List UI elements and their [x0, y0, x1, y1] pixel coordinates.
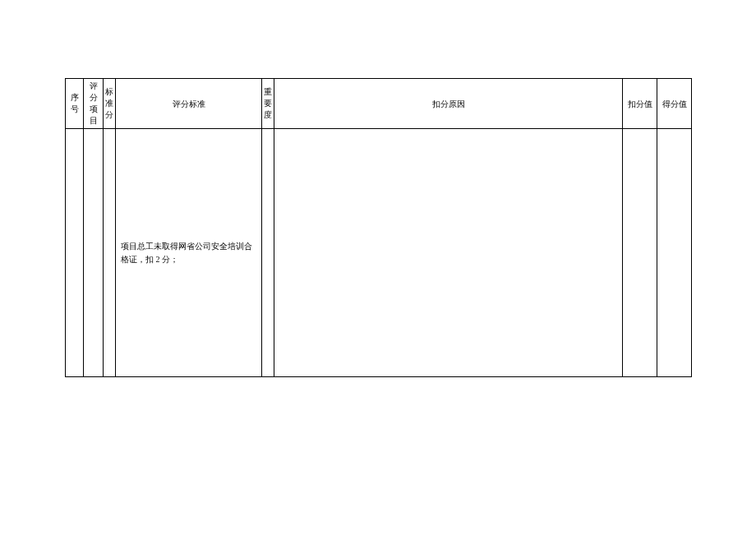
cell-deduct — [623, 129, 657, 377]
header-seq: 序号 — [66, 79, 84, 129]
header-criteria-label: 评分标准 — [173, 99, 205, 108]
scoring-table-wrapper: 序号 评分项目 标准分 评分标准 重要度 扣分原因 扣分值 — [65, 78, 691, 377]
header-reason: 扣分原因 — [274, 79, 623, 129]
header-deduct: 扣分值 — [623, 79, 657, 129]
cell-reason — [274, 129, 623, 377]
cell-importance — [262, 129, 274, 377]
header-score: 得分值 — [657, 79, 692, 129]
header-std-score-label: 标准分 — [105, 86, 113, 121]
header-std-score: 标准分 — [104, 79, 116, 129]
header-reason-label: 扣分原因 — [432, 99, 465, 108]
header-item: 评分项目 — [84, 79, 104, 129]
cell-std-score — [104, 129, 116, 377]
header-seq-label: 序号 — [67, 92, 81, 115]
cell-score — [657, 129, 692, 377]
scoring-table: 序号 评分项目 标准分 评分标准 重要度 扣分原因 扣分值 — [65, 78, 692, 377]
header-deduct-label: 扣分值 — [628, 99, 652, 108]
header-criteria: 评分标准 — [116, 79, 262, 129]
cell-criteria: 项目总工未取得网省公司安全培训合格证，扣 2 分； — [116, 129, 262, 377]
cell-item — [84, 129, 104, 377]
cell-seq — [66, 129, 84, 377]
header-score-label: 得分值 — [662, 99, 687, 108]
header-importance: 重要度 — [262, 79, 274, 129]
table-row: 项目总工未取得网省公司安全培训合格证，扣 2 分； — [66, 129, 692, 377]
table-header-row: 序号 评分项目 标准分 评分标准 重要度 扣分原因 扣分值 — [66, 79, 692, 129]
header-importance-label: 重要度 — [264, 86, 272, 121]
header-item-label: 评分项目 — [85, 81, 101, 127]
